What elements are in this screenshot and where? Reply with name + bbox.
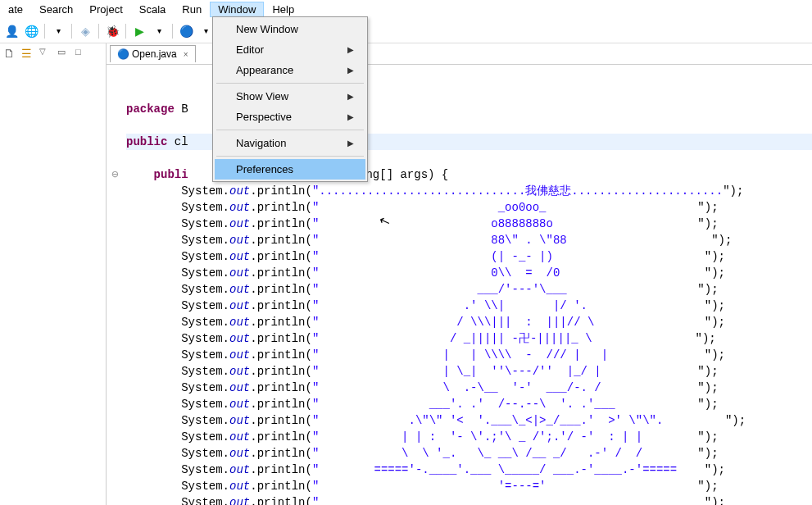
menu-appearance[interactable]: Appearance▶: [215, 60, 365, 80]
run-config-icon[interactable]: 🔵: [178, 23, 194, 39]
menu-scala[interactable]: Scala: [131, 2, 175, 17]
side-panel: 🗋 ☰ ▽ ▭ □: [0, 43, 107, 505]
menu-help[interactable]: Help: [264, 2, 302, 17]
menu-label: Preferences: [236, 163, 293, 175]
bug-icon[interactable]: 🐞: [104, 23, 120, 39]
menu-new-window[interactable]: New Window: [215, 19, 365, 39]
chevron-right-icon: ▶: [347, 112, 354, 121]
menu-separator: [216, 130, 364, 130]
document-icon[interactable]: 🗋: [3, 47, 16, 60]
chevron-right-icon: ▶: [347, 45, 354, 54]
menu-label: Show View: [236, 90, 288, 102]
minimize-icon[interactable]: ▭: [57, 47, 70, 60]
toolbar-separator: [125, 24, 126, 39]
chevron-right-icon: ▶: [347, 66, 354, 75]
menu-label: Editor: [236, 43, 264, 56]
menu-perspective[interactable]: Perspective▶: [215, 107, 365, 127]
menu-label: Navigation: [236, 137, 286, 149]
globe-icon[interactable]: 🌐: [23, 23, 39, 39]
triangle-down-icon[interactable]: ▽: [39, 47, 52, 60]
menu-label: New Window: [236, 23, 298, 35]
run-icon[interactable]: ▶: [131, 23, 147, 39]
menu-label: Appearance: [236, 64, 293, 76]
toolbar-separator: [98, 24, 99, 39]
menu-editor[interactable]: Editor▶: [215, 39, 365, 60]
list-icon[interactable]: ☰: [21, 47, 34, 60]
menubar: ate Search Project Scala Run Window Help: [0, 0, 812, 19]
chevron-down-icon[interactable]: ▾: [151, 23, 167, 39]
menu-separator: [216, 83, 364, 84]
menu-search[interactable]: Search: [31, 2, 81, 17]
square-icon[interactable]: □: [75, 47, 88, 60]
menu-separator: [216, 156, 364, 157]
menu-run[interactable]: Run: [174, 2, 210, 17]
main-area: 🗋 ☰ ▽ ▭ □ 🔵 Open.java × package Bpublic …: [0, 43, 812, 505]
menu-preferences[interactable]: Preferences: [215, 159, 365, 180]
chevron-down-icon[interactable]: ▾: [50, 23, 66, 39]
toolbar: 👤 🌐 ▾ ◈ 🐞 ▶ ▾ 🔵 ▾ 📄: [0, 19, 812, 43]
person-icon[interactable]: 👤: [3, 23, 20, 39]
menu-navigation[interactable]: Navigation▶: [215, 133, 365, 153]
chevron-down-icon[interactable]: ▾: [197, 23, 214, 39]
window-dropdown-menu: New Window Editor▶ Appearance▶ Show View…: [212, 16, 368, 182]
menu-project[interactable]: Project: [81, 2, 130, 17]
menu-window[interactable]: Window: [210, 2, 264, 17]
toolbar-separator: [172, 24, 173, 39]
java-file-icon: 🔵: [117, 48, 129, 60]
tab-filename: Open.java: [132, 48, 177, 60]
editor-tab[interactable]: 🔵 Open.java ×: [110, 45, 196, 62]
menu-label: Perspective: [236, 111, 292, 123]
menu-ate[interactable]: ate: [0, 2, 31, 17]
diamond-icon[interactable]: ◈: [77, 23, 93, 39]
chevron-right-icon: ▶: [347, 92, 354, 101]
chevron-right-icon: ▶: [347, 139, 354, 148]
toolbar-separator: [71, 24, 72, 39]
toolbar-separator: [44, 24, 45, 39]
close-icon[interactable]: ×: [184, 50, 188, 59]
menu-show-view[interactable]: Show View▶: [215, 86, 365, 107]
